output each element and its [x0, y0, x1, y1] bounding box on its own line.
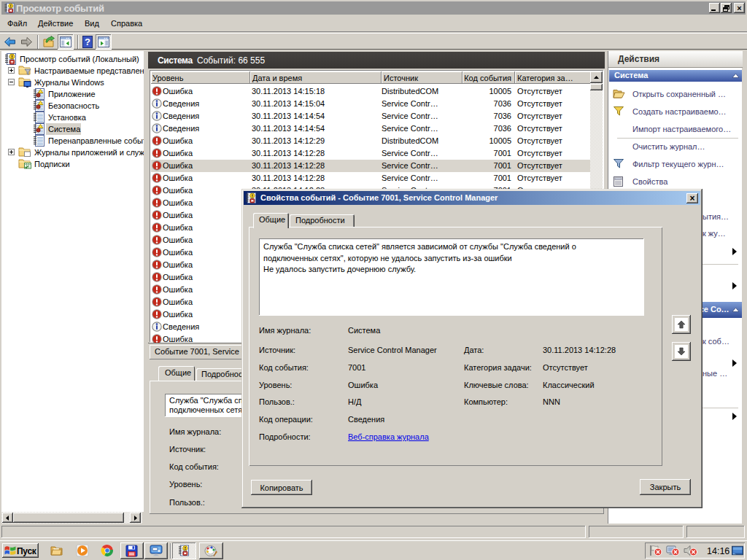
svg-text:?: ?: [85, 36, 90, 47]
